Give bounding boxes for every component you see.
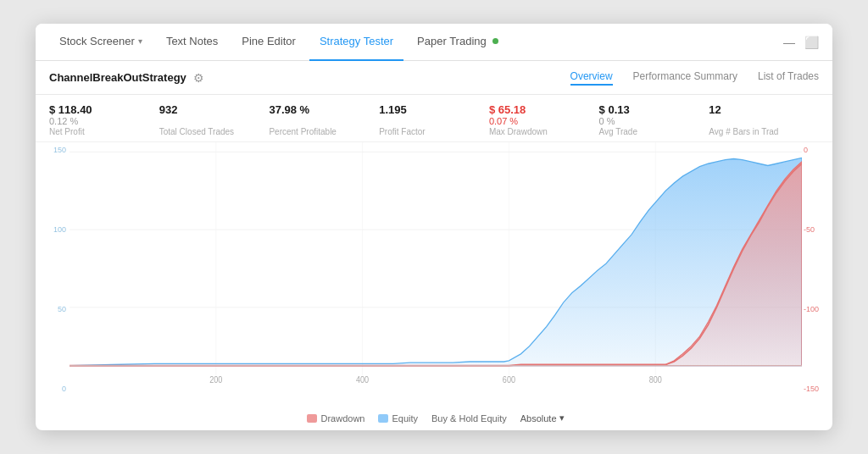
pine-editor-label: Pine Editor xyxy=(242,35,296,47)
tab-list-of-trades[interactable]: List of Trades xyxy=(758,70,819,86)
main-window: Stock Screener ▾ Text Notes Pine Editor … xyxy=(36,24,832,430)
avg-trade-value: $ 0.13 xyxy=(599,103,709,116)
y-right-0: 0 xyxy=(804,146,831,154)
y-label-150: 150 xyxy=(37,146,66,154)
metrics-row: $ 118.40 0.12 % Net Profit 932 Total Clo… xyxy=(36,95,832,142)
paper-trading-dot xyxy=(492,38,498,44)
chart-legend: Drawdown Equity Buy & Hold Equity Absolu… xyxy=(70,409,802,429)
y-right-50: -50 xyxy=(804,225,831,234)
net-profit-label: Net Profit xyxy=(49,127,159,136)
legend-drawdown: Drawdown xyxy=(307,413,364,424)
avg-bars-value: 12 xyxy=(709,103,819,116)
strategy-name: ChannelBreakOutStrategy xyxy=(49,71,186,84)
profit-factor-label: Profit Factor xyxy=(379,127,489,136)
tab-bar: Stock Screener ▾ Text Notes Pine Editor … xyxy=(36,24,832,61)
max-drawdown-value: $ 65.18 xyxy=(489,103,599,116)
metric-percent-profitable: 37.98 % Percent Profitable xyxy=(269,103,379,136)
metric-avg-bars: 12 Avg # Bars in Trad xyxy=(709,103,819,136)
svg-text:400: 400 xyxy=(356,375,370,385)
maximize-button[interactable]: ⬜ xyxy=(804,35,819,50)
y-axis-right: 0 -50 -100 -150 xyxy=(802,142,832,396)
svg-text:600: 600 xyxy=(503,375,516,385)
buy-hold-label: Buy & Hold Equity xyxy=(431,413,507,424)
tab-paper-trading[interactable]: Paper Trading xyxy=(407,24,509,61)
tab-strategy-tester[interactable]: Strategy Tester xyxy=(309,24,403,61)
text-notes-label: Text Notes xyxy=(166,35,218,47)
drawdown-swatch xyxy=(307,414,317,423)
profit-factor-value: 1.195 xyxy=(379,103,489,116)
drawdown-label: Drawdown xyxy=(320,413,364,424)
minimize-button[interactable]: — xyxy=(782,35,797,50)
stock-screener-arrow: ▾ xyxy=(138,36,142,46)
avg-trade-sub: 0 % xyxy=(599,116,709,126)
y-axis-left: 150 100 50 0 xyxy=(36,142,70,396)
tab-stock-screener[interactable]: Stock Screener ▾ xyxy=(49,24,153,61)
absolute-label: Absolute xyxy=(520,413,557,424)
y-right-100: -100 xyxy=(804,305,831,313)
percent-profitable-label: Percent Profitable xyxy=(269,127,379,136)
avg-trade-label: Avg Trade xyxy=(599,127,709,136)
max-drawdown-label: Max Drawdown xyxy=(489,127,599,136)
total-trades-label: Total Closed Trades xyxy=(159,127,270,136)
metric-profit-factor: 1.195 Profit Factor xyxy=(379,103,489,136)
absolute-arrow: ▾ xyxy=(559,412,565,424)
chart-svg: 200 400 600 800 xyxy=(70,142,802,395)
equity-label: Equity xyxy=(392,413,418,424)
metric-max-drawdown: $ 65.18 0.07 % Max Drawdown xyxy=(489,103,599,136)
equity-swatch xyxy=(378,414,388,423)
svg-text:800: 800 xyxy=(649,375,663,385)
y-label-0: 0 xyxy=(37,385,66,393)
chart-area: 150 100 50 0 0 -50 -100 -150 xyxy=(36,142,832,430)
percent-profitable-value: 37.98 % xyxy=(269,103,379,116)
svg-text:200: 200 xyxy=(209,375,223,385)
tab-pine-editor[interactable]: Pine Editor xyxy=(231,24,306,61)
total-trades-value: 932 xyxy=(159,103,270,116)
y-label-100: 100 xyxy=(37,225,66,234)
tab-text-notes[interactable]: Text Notes xyxy=(156,24,228,61)
gear-icon[interactable]: ⚙ xyxy=(193,71,204,85)
tab-overview[interactable]: Overview xyxy=(570,70,613,86)
absolute-dropdown[interactable]: Absolute ▾ xyxy=(520,412,565,424)
strategy-tabs: Overview Performance Summary List of Tra… xyxy=(570,70,819,86)
legend-equity: Equity xyxy=(378,413,418,424)
stock-screener-label: Stock Screener xyxy=(59,35,135,47)
window-controls: — ⬜ xyxy=(782,35,819,50)
tab-performance-summary[interactable]: Performance Summary xyxy=(633,70,737,86)
net-profit-sub: 0.12 % xyxy=(49,116,159,126)
y-right-150: -150 xyxy=(804,385,831,393)
metric-net-profit: $ 118.40 0.12 % Net Profit xyxy=(49,103,159,136)
y-label-50: 50 xyxy=(37,305,66,313)
max-drawdown-sub: 0.07 % xyxy=(489,116,599,126)
strategy-header: ChannelBreakOutStrategy ⚙ Overview Perfo… xyxy=(36,61,832,95)
metric-total-trades: 932 Total Closed Trades xyxy=(159,103,270,136)
strategy-tester-label: Strategy Tester xyxy=(320,35,393,47)
avg-bars-label: Avg # Bars in Trad xyxy=(709,127,819,136)
total-trades-sub xyxy=(159,116,270,126)
net-profit-value: $ 118.40 xyxy=(49,103,159,116)
paper-trading-label: Paper Trading xyxy=(417,35,487,47)
metric-avg-trade: $ 0.13 0 % Avg Trade xyxy=(599,103,709,136)
